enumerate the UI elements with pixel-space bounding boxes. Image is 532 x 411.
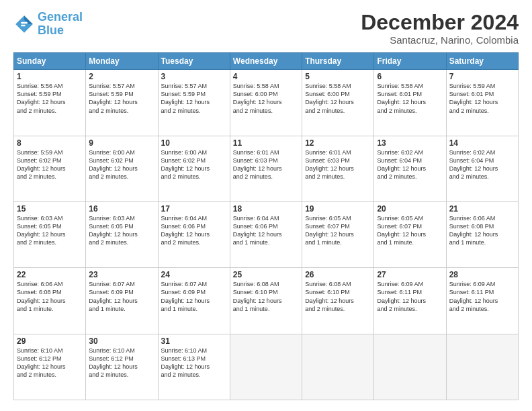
calendar-cell: 27Sunrise: 6:09 AM Sunset: 6:11 PM Dayli… xyxy=(374,268,446,334)
calendar-day-header: Wednesday xyxy=(230,53,302,70)
day-info: Sunrise: 6:10 AM Sunset: 6:12 PM Dayligh… xyxy=(89,347,154,379)
day-number: 14 xyxy=(449,138,515,148)
day-number: 10 xyxy=(161,138,227,148)
day-info: Sunrise: 5:58 AM Sunset: 6:00 PM Dayligh… xyxy=(233,82,299,115)
calendar-cell: 14Sunrise: 6:02 AM Sunset: 6:04 PM Dayli… xyxy=(446,136,518,201)
logo-blue: Blue xyxy=(38,24,83,38)
calendar-cell: 23Sunrise: 6:07 AM Sunset: 6:09 PM Dayli… xyxy=(86,268,158,334)
day-info: Sunrise: 5:57 AM Sunset: 5:59 PM Dayligh… xyxy=(89,82,154,115)
calendar-cell: 12Sunrise: 6:01 AM Sunset: 6:03 PM Dayli… xyxy=(302,136,374,201)
day-number: 8 xyxy=(17,138,83,148)
calendar-day-header: Tuesday xyxy=(158,53,230,70)
calendar-cell xyxy=(374,334,446,400)
day-info: Sunrise: 6:04 AM Sunset: 6:06 PM Dayligh… xyxy=(233,214,299,247)
day-info: Sunrise: 6:03 AM Sunset: 6:05 PM Dayligh… xyxy=(17,214,83,247)
day-number: 6 xyxy=(377,72,443,81)
calendar-cell: 9Sunrise: 6:00 AM Sunset: 6:02 PM Daylig… xyxy=(86,136,158,201)
calendar-week-row: 1Sunrise: 5:56 AM Sunset: 5:59 PM Daylig… xyxy=(14,70,519,136)
logo-text: General Blue xyxy=(38,11,83,38)
day-info: Sunrise: 5:57 AM Sunset: 5:59 PM Dayligh… xyxy=(161,82,227,115)
calendar-cell: 10Sunrise: 6:00 AM Sunset: 6:02 PM Dayli… xyxy=(158,136,230,201)
calendar-cell: 30Sunrise: 6:10 AM Sunset: 6:12 PM Dayli… xyxy=(86,334,158,400)
calendar-cell: 17Sunrise: 6:04 AM Sunset: 6:06 PM Dayli… xyxy=(158,201,230,267)
calendar-cell: 6Sunrise: 5:58 AM Sunset: 6:01 PM Daylig… xyxy=(374,70,446,136)
logo-general: General xyxy=(38,10,83,24)
day-info: Sunrise: 6:10 AM Sunset: 6:13 PM Dayligh… xyxy=(161,347,227,379)
day-number: 20 xyxy=(377,204,443,214)
day-info: Sunrise: 6:05 AM Sunset: 6:07 PM Dayligh… xyxy=(305,214,371,247)
day-number: 7 xyxy=(449,72,515,81)
day-info: Sunrise: 5:59 AM Sunset: 6:01 PM Dayligh… xyxy=(449,82,515,115)
calendar-week-row: 8Sunrise: 5:59 AM Sunset: 6:02 PM Daylig… xyxy=(14,136,519,201)
calendar: SundayMondayTuesdayWednesdayThursdayFrid… xyxy=(13,52,519,400)
calendar-week-row: 29Sunrise: 6:10 AM Sunset: 6:12 PM Dayli… xyxy=(14,334,519,400)
logo-icon xyxy=(13,13,35,35)
day-info: Sunrise: 5:58 AM Sunset: 6:00 PM Dayligh… xyxy=(305,82,371,115)
calendar-day-header: Thursday xyxy=(302,53,374,70)
calendar-cell: 2Sunrise: 5:57 AM Sunset: 5:59 PM Daylig… xyxy=(86,70,158,136)
calendar-cell: 21Sunrise: 6:06 AM Sunset: 6:08 PM Dayli… xyxy=(446,201,518,267)
calendar-day-header: Monday xyxy=(86,53,158,70)
day-info: Sunrise: 6:02 AM Sunset: 6:04 PM Dayligh… xyxy=(449,148,515,181)
calendar-cell: 8Sunrise: 5:59 AM Sunset: 6:02 PM Daylig… xyxy=(14,136,86,201)
day-number: 1 xyxy=(17,72,83,81)
day-number: 3 xyxy=(161,72,227,81)
day-info: Sunrise: 6:04 AM Sunset: 6:06 PM Dayligh… xyxy=(161,214,227,247)
calendar-cell: 5Sunrise: 5:58 AM Sunset: 6:00 PM Daylig… xyxy=(302,70,374,136)
day-number: 12 xyxy=(305,138,371,148)
day-number: 16 xyxy=(89,204,154,214)
day-number: 13 xyxy=(377,138,443,148)
day-info: Sunrise: 6:01 AM Sunset: 6:03 PM Dayligh… xyxy=(233,148,299,181)
calendar-cell: 20Sunrise: 6:05 AM Sunset: 6:07 PM Dayli… xyxy=(374,201,446,267)
calendar-cell xyxy=(230,334,302,400)
day-number: 5 xyxy=(305,72,371,81)
calendar-cell xyxy=(446,334,518,400)
title-block: December 2024 Santacruz, Narino, Colombi… xyxy=(361,11,519,46)
day-number: 29 xyxy=(17,336,83,346)
day-number: 11 xyxy=(233,138,299,148)
page: General Blue December 2024 Santacruz, Na… xyxy=(0,0,532,411)
calendar-day-header: Sunday xyxy=(14,53,86,70)
calendar-cell: 25Sunrise: 6:08 AM Sunset: 6:10 PM Dayli… xyxy=(230,268,302,334)
day-info: Sunrise: 6:06 AM Sunset: 6:08 PM Dayligh… xyxy=(449,214,515,247)
calendar-day-header: Saturday xyxy=(446,53,518,70)
calendar-cell: 28Sunrise: 6:09 AM Sunset: 6:11 PM Dayli… xyxy=(446,268,518,334)
calendar-day-header: Friday xyxy=(374,53,446,70)
day-info: Sunrise: 6:01 AM Sunset: 6:03 PM Dayligh… xyxy=(305,148,371,181)
main-title: December 2024 xyxy=(361,11,519,34)
svg-rect-2 xyxy=(21,22,28,24)
day-number: 24 xyxy=(161,270,227,279)
calendar-cell: 15Sunrise: 6:03 AM Sunset: 6:05 PM Dayli… xyxy=(14,201,86,267)
day-info: Sunrise: 6:07 AM Sunset: 6:09 PM Dayligh… xyxy=(89,280,154,313)
day-info: Sunrise: 6:08 AM Sunset: 6:10 PM Dayligh… xyxy=(305,280,371,313)
calendar-cell: 16Sunrise: 6:03 AM Sunset: 6:05 PM Dayli… xyxy=(86,201,158,267)
day-info: Sunrise: 6:02 AM Sunset: 6:04 PM Dayligh… xyxy=(377,148,443,181)
day-number: 26 xyxy=(305,270,371,279)
day-info: Sunrise: 6:05 AM Sunset: 6:07 PM Dayligh… xyxy=(377,214,443,247)
day-number: 30 xyxy=(89,336,154,346)
day-number: 31 xyxy=(161,336,227,346)
calendar-cell: 22Sunrise: 6:06 AM Sunset: 6:08 PM Dayli… xyxy=(14,268,86,334)
day-info: Sunrise: 6:06 AM Sunset: 6:08 PM Dayligh… xyxy=(17,280,83,313)
calendar-cell: 11Sunrise: 6:01 AM Sunset: 6:03 PM Dayli… xyxy=(230,136,302,201)
calendar-cell: 31Sunrise: 6:10 AM Sunset: 6:13 PM Dayli… xyxy=(158,334,230,400)
calendar-cell: 1Sunrise: 5:56 AM Sunset: 5:59 PM Daylig… xyxy=(14,70,86,136)
day-number: 15 xyxy=(17,204,83,214)
day-info: Sunrise: 6:00 AM Sunset: 6:02 PM Dayligh… xyxy=(89,148,154,181)
calendar-cell: 29Sunrise: 6:10 AM Sunset: 6:12 PM Dayli… xyxy=(14,334,86,400)
day-number: 18 xyxy=(233,204,299,214)
day-info: Sunrise: 6:10 AM Sunset: 6:12 PM Dayligh… xyxy=(17,347,83,379)
day-info: Sunrise: 5:58 AM Sunset: 6:01 PM Dayligh… xyxy=(377,82,443,115)
day-number: 9 xyxy=(89,138,154,148)
calendar-cell xyxy=(302,334,374,400)
calendar-cell: 26Sunrise: 6:08 AM Sunset: 6:10 PM Dayli… xyxy=(302,268,374,334)
day-number: 27 xyxy=(377,270,443,279)
calendar-cell: 19Sunrise: 6:05 AM Sunset: 6:07 PM Dayli… xyxy=(302,201,374,267)
day-info: Sunrise: 6:08 AM Sunset: 6:10 PM Dayligh… xyxy=(233,280,299,313)
day-info: Sunrise: 6:07 AM Sunset: 6:09 PM Dayligh… xyxy=(161,280,227,313)
day-number: 2 xyxy=(89,72,154,81)
logo: General Blue xyxy=(13,11,83,38)
day-info: Sunrise: 6:09 AM Sunset: 6:11 PM Dayligh… xyxy=(377,280,443,313)
calendar-cell: 7Sunrise: 5:59 AM Sunset: 6:01 PM Daylig… xyxy=(446,70,518,136)
day-number: 25 xyxy=(233,270,299,279)
